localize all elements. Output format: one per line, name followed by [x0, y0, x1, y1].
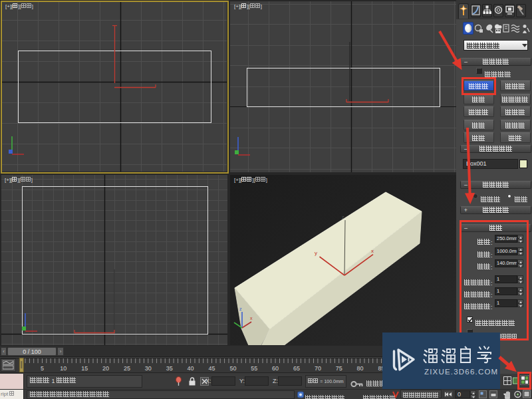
svg-text:y: y: [315, 250, 317, 256]
svg-text:75: 75: [336, 365, 342, 372]
svg-text:15: 15: [81, 365, 88, 372]
svg-text:60: 60: [272, 365, 279, 372]
svg-text:55: 55: [251, 365, 257, 372]
svg-text:40: 40: [188, 365, 194, 372]
svg-text:35: 35: [166, 365, 173, 372]
svg-text:5: 5: [41, 365, 44, 372]
svg-text:80: 80: [357, 365, 364, 372]
svg-text:x: x: [250, 316, 253, 321]
svg-text:30: 30: [145, 365, 152, 372]
svg-text:65: 65: [293, 365, 300, 372]
svg-text:z: z: [239, 307, 242, 311]
svg-text:x: x: [371, 248, 374, 254]
svg-text:20: 20: [102, 365, 109, 372]
svg-text:45: 45: [208, 365, 215, 372]
svg-text:z: z: [342, 215, 344, 219]
svg-text:10: 10: [60, 365, 66, 372]
svg-text:50: 50: [229, 365, 236, 372]
svg-text:25: 25: [124, 365, 130, 372]
svg-text:ZIXUE.3D66.COM: ZIXUE.3D66.COM: [424, 368, 498, 376]
svg-text:70: 70: [315, 365, 321, 372]
